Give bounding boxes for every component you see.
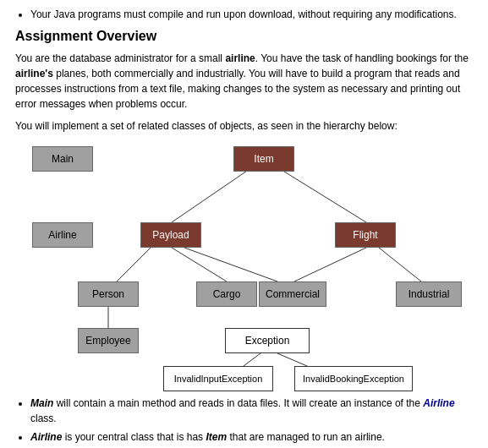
svg-line-1 [277,167,366,222]
summary-bullets: Main will contain a main method and read… [15,396,473,448]
section-title: Assignment Overview [15,29,473,44]
node-person: Person [78,281,139,307]
node-item: Item [233,146,294,172]
node-payload: Payload [140,222,201,248]
node-invalid-booking: InvalidBookingException [294,366,413,391]
bullet-airline-label: Airline [30,431,62,443]
node-employee: Employee [78,328,139,353]
bullet-main: Main will contain a main method and read… [30,396,473,426]
description-1: You are the database administrator for a… [15,51,473,112]
bullet-items-ref: Item [206,431,227,443]
description-2: You will implement a set of related clas… [15,118,473,134]
svg-line-6 [379,248,421,281]
node-airline: Airline [32,222,93,248]
bullet-airline: Airline is your central class that is ha… [30,429,473,445]
svg-line-5 [294,248,366,281]
svg-line-2 [117,248,151,281]
svg-line-0 [172,167,252,222]
svg-line-3 [172,248,227,281]
node-main: Main [32,146,93,172]
svg-line-4 [184,248,277,281]
node-exception: Exception [225,328,310,353]
bullet-main-label: Main [30,397,53,409]
node-industrial: Industrial [396,281,462,307]
node-commercial: Commercial [259,281,326,307]
node-invalid-input: InvalidInputException [163,366,273,391]
node-flight: Flight [335,222,396,248]
intro-bullet-1: Your Java programs must compile and run … [30,8,473,20]
bullet-airline-ref: Airline [423,397,454,409]
intro-bullets: Your Java programs must compile and run … [15,8,473,20]
class-diagram: Main Airline Item Payload Flight Person … [15,142,472,387]
node-cargo: Cargo [196,281,257,307]
